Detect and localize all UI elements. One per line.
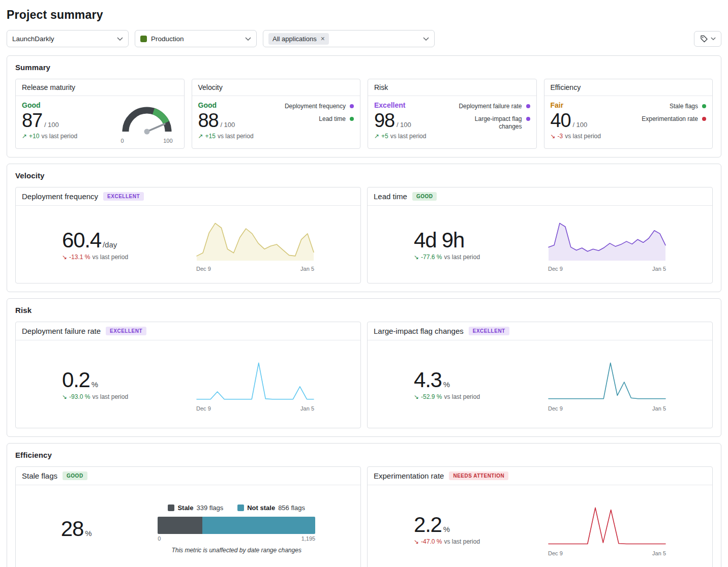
metric-unit: %: [443, 525, 450, 533]
score-denominator: / 100: [220, 121, 235, 129]
velocity-section-title: Velocity: [15, 171, 713, 180]
status-badge: EXCELLENT: [106, 327, 146, 335]
metric-value: 4d 9h: [414, 228, 464, 253]
not-stale-segment: [202, 517, 315, 534]
deployment-failure-sparkline: [196, 357, 314, 402]
delta-value: +15: [205, 133, 216, 140]
rating-label: Fair: [551, 101, 601, 109]
delta-row: ↗ +5 vs last period: [374, 133, 426, 140]
stale-flags-card: Stale flags GOOD 28 % St: [15, 466, 361, 567]
summary-section-title: Summary: [15, 63, 713, 72]
score-value: 98: [374, 110, 395, 132]
experimentation-sparkline: [548, 502, 666, 547]
trend-down-icon: ↘: [414, 393, 419, 400]
risk-section-title: Risk: [15, 306, 713, 314]
card-title: Efficiency: [544, 79, 713, 96]
summary-card-release-maturity: Release maturity Good 87 / 100 ↗ +10 vs …: [15, 79, 185, 149]
x-axis-end: Jan 5: [652, 405, 666, 412]
metric-title: Deployment frequency: [22, 192, 98, 201]
metric-note: This metric is unaffected by date range …: [158, 547, 315, 554]
summary-card-velocity: Velocity Good 88 / 100 ↗ +15 vs last per…: [192, 79, 361, 149]
score-denominator: / 100: [397, 121, 411, 129]
status-badge: GOOD: [412, 192, 437, 201]
tag-filter-button[interactable]: [694, 31, 721, 47]
delta-value: -77.6 %: [421, 254, 442, 261]
metric-value: 0.2: [62, 368, 90, 392]
environment-swatch: [140, 36, 147, 42]
project-select[interactable]: LaunchDarkly: [7, 30, 129, 47]
status-badge: GOOD: [63, 471, 87, 480]
lead-time-card: Lead time GOOD 4d 9h ↘ -77.6 % vs last p…: [367, 187, 713, 284]
status-badge: EXCELLENT: [103, 192, 144, 201]
delta-row: ↘ -47.0 % vs last period: [414, 538, 480, 545]
card-title: Risk: [368, 79, 536, 96]
delta-value: -47.0 %: [421, 538, 442, 545]
trend-down-icon: ↘: [62, 254, 67, 261]
summary-card-risk: Risk Excellent 98 / 100 ↗ +5 vs last per…: [368, 79, 537, 149]
metric-unit: %: [85, 529, 92, 538]
trend-down-icon: ↘: [62, 393, 67, 400]
delta-suffix: vs last period: [218, 133, 254, 140]
delta-suffix: vs last period: [92, 254, 128, 261]
x-axis-end: Jan 5: [300, 266, 314, 272]
score-value: 40: [551, 110, 571, 132]
delta-row: ↘ -77.6 % vs last period: [414, 254, 480, 261]
delta-value: -52.9 %: [421, 393, 442, 400]
environment-select-value: Production: [151, 35, 184, 43]
status-badge: NEEDS ATTENTION: [449, 471, 508, 480]
applications-chip-label: All applications: [272, 35, 317, 43]
delta-row: ↗ +15 vs last period: [198, 133, 254, 140]
deployment-failure-rate-card: Deployment failure rate EXCELLENT 0.2 % …: [15, 322, 361, 428]
rating-label: Excellent: [374, 101, 426, 109]
metric-unit: /day: [103, 240, 117, 249]
legend-dot: [350, 117, 354, 121]
rating-label: Good: [22, 101, 77, 109]
summary-cards: Release maturity Good 87 / 100 ↗ +10 vs …: [15, 79, 713, 149]
chevron-down-icon: [711, 37, 716, 40]
stale-flags-chart: Stale 339 flags Not stale 856 flags: [158, 504, 315, 554]
experimentation-rate-card: Experimentation rate NEEDS ATTENTION 2.2…: [367, 466, 713, 567]
delta-suffix: vs last period: [565, 133, 601, 140]
delta-value: +10: [29, 133, 39, 140]
delta-row: ↗ +10 vs last period: [22, 133, 77, 140]
stale-stacked-bar: [158, 517, 315, 534]
sparkline-chart: Dec 9 Jan 5: [548, 357, 666, 412]
legend-dot: [526, 104, 530, 108]
legend-swatch: [168, 505, 174, 511]
status-badge: EXCELLENT: [469, 327, 509, 335]
applications-select[interactable]: All applications ×: [263, 30, 435, 47]
rating-label: Good: [198, 101, 254, 109]
project-select-value: LaunchDarkly: [12, 35, 54, 43]
efficiency-section: Efficiency Stale flags GOOD 28 %: [7, 443, 721, 567]
chip-close-icon[interactable]: ×: [321, 35, 325, 42]
trend-up-icon: ↗: [22, 133, 27, 140]
x-axis-start: Dec 9: [196, 405, 211, 412]
x-axis-start: Dec 9: [548, 266, 563, 272]
tag-icon: [700, 35, 708, 43]
metric-value: 60.4: [62, 228, 101, 253]
legend-item: Lead time: [319, 115, 354, 123]
project-summary-page: Project summary LaunchDarkly Production …: [0, 0, 728, 567]
legend-dot: [526, 117, 530, 121]
delta-suffix: vs last period: [390, 133, 427, 140]
score-denominator: / 100: [572, 121, 587, 129]
legend-dot: [702, 117, 706, 121]
metric-title: Stale flags: [22, 471, 57, 480]
bar-axis-max: 1,195: [301, 536, 316, 542]
delta-suffix: vs last period: [444, 538, 480, 545]
trend-up-icon: ↗: [198, 133, 203, 140]
x-axis-start: Dec 9: [548, 550, 563, 556]
x-axis-end: Jan 5: [652, 550, 666, 556]
delta-suffix: vs last period: [444, 254, 480, 261]
risk-section: Risk Deployment failure rate EXCELLENT 0…: [7, 298, 721, 437]
card-title: Velocity: [192, 79, 360, 96]
chevron-down-icon: [117, 37, 123, 41]
summary-card-efficiency: Efficiency Fair 40 / 100 ↘ -3 vs last pe…: [544, 79, 713, 149]
legend-dot: [350, 104, 354, 108]
environment-select[interactable]: Production: [135, 30, 257, 47]
score-value: 87: [22, 110, 42, 132]
delta-row: ↘ -3 vs last period: [551, 133, 601, 140]
sparkline-chart: Dec 9 Jan 5: [548, 502, 666, 556]
legend-item: Large-impact flag changes: [455, 115, 530, 131]
legend-item: Stale flags: [670, 103, 706, 111]
